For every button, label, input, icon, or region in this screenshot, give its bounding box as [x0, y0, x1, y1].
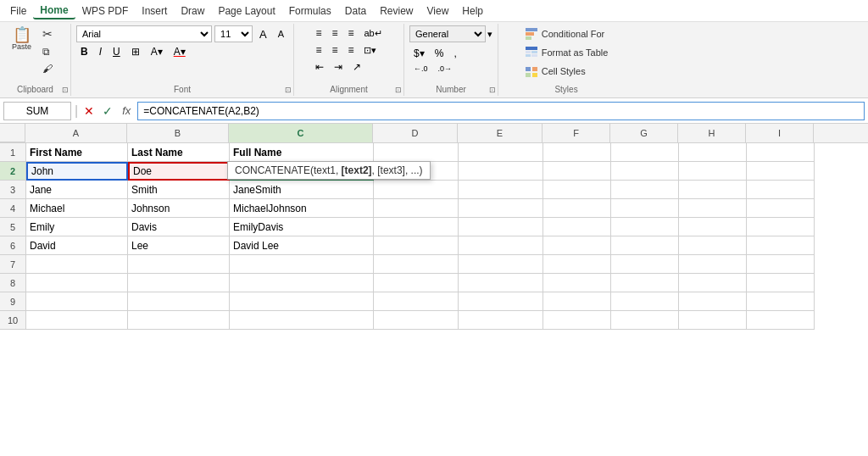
row-header-3[interactable]: 3: [0, 181, 25, 199]
cell-I7[interactable]: [747, 255, 815, 274]
cell-E7[interactable]: [459, 255, 543, 274]
menu-item-formulas[interactable]: Formulas: [282, 3, 338, 19]
decimal-increase-button[interactable]: .0→: [434, 63, 457, 75]
cell-F7[interactable]: [543, 255, 611, 274]
row-header-1[interactable]: 1: [0, 143, 25, 162]
menu-item-wps-pdf[interactable]: WPS PDF: [75, 3, 136, 19]
cell-I3[interactable]: [747, 181, 815, 199]
cell-B1[interactable]: Last Name: [128, 143, 230, 162]
cell-D9[interactable]: [374, 292, 459, 311]
col-header-G[interactable]: G: [610, 124, 678, 142]
bold-button[interactable]: B: [76, 44, 92, 59]
merge-button[interactable]: ⊡▾: [359, 43, 381, 58]
cell-E2[interactable]: [459, 162, 543, 181]
align-right-button[interactable]: ≡: [343, 42, 358, 58]
decimal-decrease-button[interactable]: ←.0: [409, 63, 432, 75]
cell-F10[interactable]: [543, 311, 611, 330]
cell-B10[interactable]: [128, 311, 230, 330]
cell-E10[interactable]: [459, 311, 543, 330]
orientation-button[interactable]: ↗: [348, 59, 365, 75]
cell-H5[interactable]: [679, 218, 747, 236]
number-format-select[interactable]: General: [409, 25, 486, 42]
row-header-5[interactable]: 5: [0, 218, 25, 236]
menu-item-page-layout[interactable]: Page Layout: [211, 3, 281, 19]
cell-G5[interactable]: [611, 218, 679, 236]
col-header-E[interactable]: E: [458, 124, 542, 142]
cell-A10[interactable]: [26, 311, 128, 330]
cell-A3[interactable]: Jane: [26, 181, 128, 199]
font-name-select[interactable]: Arial: [76, 25, 212, 42]
wrap-text-button[interactable]: ab↵: [359, 26, 386, 41]
cell-I1[interactable]: [747, 143, 815, 162]
cell-E9[interactable]: [459, 292, 543, 311]
cell-C1[interactable]: Full Name: [230, 143, 374, 162]
row-header-10[interactable]: 10: [0, 311, 25, 330]
cell-D1[interactable]: [374, 143, 459, 162]
cell-A9[interactable]: [26, 292, 128, 311]
menu-item-review[interactable]: Review: [373, 3, 420, 19]
italic-button[interactable]: I: [95, 44, 106, 59]
underline-button[interactable]: U: [108, 44, 125, 59]
cell-H2[interactable]: [679, 162, 747, 181]
cell-F1[interactable]: [543, 143, 611, 162]
cell-D6[interactable]: [374, 236, 459, 255]
cell-G10[interactable]: [611, 311, 679, 330]
cell-D8[interactable]: [374, 274, 459, 292]
row-header-4[interactable]: 4: [0, 199, 25, 218]
indent-decrease-button[interactable]: ⇤: [311, 59, 328, 75]
cell-A5[interactable]: Emily: [26, 218, 128, 236]
cell-C3[interactable]: JaneSmith: [230, 181, 374, 199]
cell-F8[interactable]: [543, 274, 611, 292]
cell-C10[interactable]: [230, 311, 374, 330]
cell-C8[interactable]: [230, 274, 374, 292]
font-color-button[interactable]: A▾: [170, 44, 190, 59]
cut-button[interactable]: ✂: [40, 25, 65, 42]
col-header-I[interactable]: I: [746, 124, 814, 142]
format-as-table-button[interactable]: Format as Table: [520, 44, 614, 61]
cell-E3[interactable]: [459, 181, 543, 199]
cell-I6[interactable]: [747, 236, 815, 255]
formula-input[interactable]: [137, 102, 865, 120]
col-header-F[interactable]: F: [542, 124, 610, 142]
cell-A6[interactable]: David: [26, 236, 128, 255]
cell-C2[interactable]: TE(A2,B2): [230, 162, 374, 181]
cell-I5[interactable]: [747, 218, 815, 236]
fill-color-button[interactable]: A▾: [147, 44, 167, 59]
cell-F9[interactable]: [543, 292, 611, 311]
align-bottom-button[interactable]: ≡: [343, 25, 358, 41]
name-box[interactable]: [3, 102, 71, 120]
conditional-formatting-button[interactable]: Conditional For: [520, 25, 614, 42]
cell-I8[interactable]: [747, 274, 815, 292]
cell-C6[interactable]: David Lee: [230, 236, 374, 255]
cell-D10[interactable]: [374, 311, 459, 330]
cell-E4[interactable]: [459, 199, 543, 218]
cell-H10[interactable]: [679, 311, 747, 330]
align-top-button[interactable]: ≡: [311, 25, 326, 41]
cell-E6[interactable]: [459, 236, 543, 255]
paste-button[interactable]: 📋 Paste: [5, 25, 38, 53]
cell-E1[interactable]: [459, 143, 543, 162]
cell-C9[interactable]: [230, 292, 374, 311]
cell-F4[interactable]: [543, 199, 611, 218]
cell-H6[interactable]: [679, 236, 747, 255]
menu-item-insert[interactable]: Insert: [135, 3, 174, 19]
col-header-C[interactable]: C: [229, 124, 373, 142]
cell-D2[interactable]: [374, 162, 459, 181]
cell-G4[interactable]: [611, 199, 679, 218]
number-format-dropdown[interactable]: ▾: [487, 29, 492, 40]
align-center-button[interactable]: ≡: [327, 42, 342, 58]
row-header-7[interactable]: 7: [0, 255, 25, 274]
cell-A7[interactable]: [26, 255, 128, 274]
cell-D3[interactable]: [374, 181, 459, 199]
cell-E8[interactable]: [459, 274, 543, 292]
cell-C4[interactable]: MichaelJohnson: [230, 199, 374, 218]
row-header-2[interactable]: 2: [0, 162, 25, 181]
col-header-D[interactable]: D: [373, 124, 458, 142]
currency-button[interactable]: $▾: [409, 46, 429, 61]
menu-item-file[interactable]: File: [3, 3, 33, 19]
cell-C5[interactable]: EmilyDavis: [230, 218, 374, 236]
cancel-button[interactable]: ✕: [81, 104, 97, 118]
row-header-9[interactable]: 9: [0, 292, 25, 311]
cell-G2[interactable]: [611, 162, 679, 181]
cell-F6[interactable]: [543, 236, 611, 255]
